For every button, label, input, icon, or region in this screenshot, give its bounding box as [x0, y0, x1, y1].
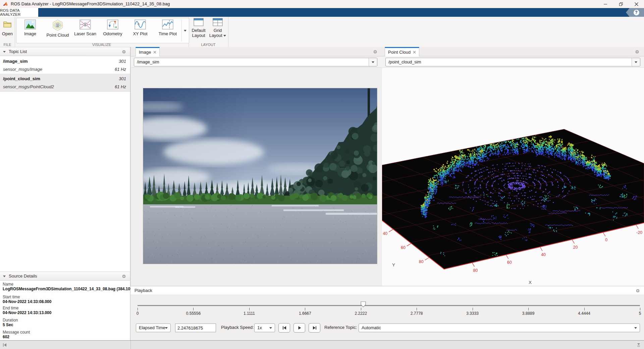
svg-text:80: 80: [473, 268, 478, 273]
reference-topic-dropdown[interactable]: Automatic: [359, 323, 640, 332]
source-field-name: Name LogROSMessageFrom3DSimulation_11042…: [3, 282, 144, 291]
source-details-title: Source Details: [9, 273, 37, 279]
pointcloud-plot[interactable]: 406080806040200-20YX: [382, 68, 644, 286]
svg-text:40: 40: [383, 231, 387, 236]
playback-speed-label: Playback Speed:: [221, 325, 254, 330]
matlab-logo-icon: [3, 1, 8, 7]
collapse-triangle-icon[interactable]: [3, 276, 6, 277]
svg-text:X: X: [529, 280, 532, 285]
playback-slider-thumb[interactable]: [361, 301, 366, 307]
collapse-panel-left-icon[interactable]: [3, 343, 7, 347]
skip-to-end-button[interactable]: [309, 323, 320, 333]
chevron-down-icon: [635, 61, 637, 63]
topic-list-header: Topic List: [0, 47, 130, 56]
minimize-button[interactable]: [598, 0, 613, 8]
playback-slider-track[interactable]: [138, 305, 640, 306]
source-details-header: Source Details: [0, 271, 130, 281]
playback-speed-dropdown[interactable]: 1x: [254, 323, 275, 332]
source-details-options-gear-icon[interactable]: [122, 274, 126, 279]
close-tab-icon[interactable]: [413, 51, 416, 54]
pointcloud-panel-gear-icon[interactable]: [635, 50, 639, 54]
skip-to-start-button[interactable]: [278, 323, 290, 333]
image-content-area: [131, 68, 382, 286]
topic-list-title: Topic List: [9, 49, 27, 54]
playback-controls: Elapsed Time Playback Speed: 1x Referenc…: [130, 323, 644, 333]
help-button[interactable]: ?: [626, 8, 644, 17]
collapse-triangle-icon[interactable]: [3, 51, 6, 53]
default-layout-button[interactable]: Default Layout: [189, 18, 208, 42]
elapsed-time-input[interactable]: [175, 323, 216, 332]
source-field-end-time: End time 04-Nov-2022 14:33:13.000: [3, 306, 51, 315]
restore-icon: [619, 2, 623, 6]
visualize-gallery: Image Point Cloud: [16, 18, 189, 43]
visualize-point-cloud-button[interactable]: Point Cloud: [44, 18, 71, 43]
open-button[interactable]: Open: [1, 19, 14, 44]
timeline-tick-label: 2.7778: [411, 311, 423, 316]
visualize-section-label: VISUALIZE: [15, 43, 189, 47]
xy-plot-icon: [135, 19, 146, 30]
tab-image[interactable]: Image: [136, 47, 160, 56]
help-icon: ?: [634, 10, 639, 15]
visualize-xy-plot-button[interactable]: XY Plot: [126, 18, 154, 43]
message-count: 301: [119, 76, 126, 81]
visualize-gallery-expand-button[interactable]: [181, 19, 189, 42]
close-tab-icon[interactable]: [153, 51, 156, 54]
tab-point-cloud[interactable]: Point Cloud: [385, 47, 419, 56]
time-mode-dropdown[interactable]: Elapsed Time: [136, 323, 171, 332]
pointcloud-topic-dropdown[interactable]: /point_cloud_sim: [385, 58, 640, 66]
collapse-panel-down-icon[interactable]: [637, 343, 641, 347]
image-view-panel: Image /image_sim: [131, 47, 382, 286]
open-label: Open: [1, 31, 14, 36]
chevron-down-icon: [223, 35, 226, 37]
default-layout-icon: [194, 18, 204, 26]
tab-ros-data-analyzer[interactable]: ROS DATA ANALYZER: [0, 8, 38, 17]
image-icon: [24, 19, 36, 30]
skip-start-icon: [282, 326, 287, 330]
reference-topic-label: Reference Topic:: [324, 325, 357, 330]
pointcloud-tabbar: Point Cloud: [382, 47, 644, 56]
source-field-message-count: Message count 602: [3, 330, 30, 339]
message-rate: 61 Hz: [115, 67, 126, 72]
point-cloud-icon: [52, 19, 63, 31]
image-topic-dropdown[interactable]: /image_sim: [134, 58, 377, 66]
topic-row-image-sim[interactable]: /image_sim sensor_msgs/Image 301 61 Hz: [0, 57, 130, 74]
ribbon-toolbar: Open FILE Image: [0, 17, 644, 47]
topic-row-point-cloud-sim[interactable]: /point_cloud_sim sensor_msgs/PointCloud2…: [0, 74, 130, 92]
playback-panel: Playback 00.555561.11111.66672.22222.777…: [130, 286, 644, 340]
ribbon-section-layout: Default Layout Grid Layout LAYOUT: [189, 17, 228, 47]
svg-text:60: 60: [401, 245, 406, 250]
timeline-tick-label: 3.8889: [522, 311, 535, 316]
layout-section-label: LAYOUT: [189, 43, 228, 47]
skip-end-icon: [312, 326, 317, 330]
pointcloud-topic-row: /point_cloud_sim: [382, 56, 644, 68]
chevron-down-icon: [269, 327, 272, 329]
pointcloud-content-area: 406080806040200-20YX: [382, 68, 644, 286]
chevron-down-icon: [634, 327, 637, 329]
svg-text:60: 60: [507, 260, 512, 265]
source-field-duration: Duration 5 Sec: [3, 318, 18, 327]
topic-list-options-gear-icon[interactable]: [122, 50, 126, 54]
timeline-tick-label: 4.4444: [578, 311, 590, 316]
visualize-time-plot-button[interactable]: Time Plot: [154, 18, 181, 43]
simulation-scene: [143, 88, 377, 264]
close-button[interactable]: [629, 0, 644, 8]
chevron-down-icon: [165, 327, 168, 329]
visualize-image-button[interactable]: Image: [16, 18, 44, 43]
timeline-tick-label: 5: [639, 311, 641, 316]
pointcloud-view-panel: Point Cloud /point_cloud_sim 40608080604…: [382, 47, 644, 286]
left-sidebar: Topic List /image_sim sensor_msgs/Image …: [0, 47, 130, 340]
timeline-tick-label: 3.3333: [466, 311, 479, 316]
ribbon-tabstrip: ROS DATA ANALYZER ?: [0, 8, 644, 17]
source-field-start-time: Start time 04-Nov-2022 14:33:08.000: [3, 295, 51, 304]
play-button[interactable]: [293, 323, 305, 333]
close-icon: [635, 2, 638, 6]
restore-button[interactable]: [613, 0, 629, 8]
visualize-laser-scan-button[interactable]: Laser Scan: [71, 18, 99, 43]
grid-layout-button[interactable]: Grid Layout: [208, 18, 227, 42]
playback-options-gear-icon[interactable]: [636, 289, 640, 293]
image-topic-row: /image_sim: [131, 56, 382, 68]
image-panel-gear-icon[interactable]: [373, 50, 377, 54]
minimize-icon: [604, 2, 607, 6]
timeline-tick-label: 0.55556: [186, 311, 201, 316]
visualize-odometry-button[interactable]: Odometry: [99, 18, 126, 43]
